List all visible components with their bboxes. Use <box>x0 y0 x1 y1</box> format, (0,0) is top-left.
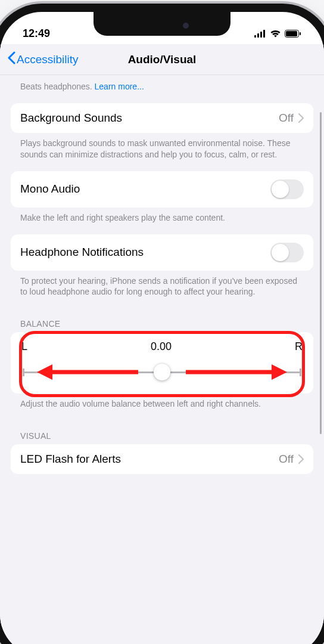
background-sounds-cell[interactable]: Background Sounds Off <box>11 103 313 133</box>
annotation-arrow-right-icon <box>186 364 287 380</box>
annotation-arrow-left-icon <box>37 364 138 380</box>
balance-left-label: L <box>21 340 27 353</box>
balance-card-wrap: L 0.00 R <box>11 332 313 394</box>
cell-label: LED Flash for Alerts <box>20 453 121 466</box>
chevron-left-icon <box>7 51 15 67</box>
scroll-indicator[interactable] <box>320 112 322 434</box>
balance-header: BALANCE <box>11 308 313 332</box>
chevron-right-icon <box>298 113 304 123</box>
cell-label: Headphone Notifications <box>20 246 144 259</box>
notch <box>94 12 230 36</box>
headphone-notifications-cell: Headphone Notifications <box>11 234 313 271</box>
svg-rect-3 <box>263 30 265 38</box>
balance-card: L 0.00 R <box>11 332 313 394</box>
content-scroll[interactable]: Beats headphones. Learn more... Backgrou… <box>0 75 324 644</box>
svg-rect-5 <box>286 31 297 36</box>
svg-rect-6 <box>300 32 301 35</box>
background-sounds-footer: Plays background sounds to mask unwanted… <box>11 133 313 171</box>
cell-value: Off <box>279 112 294 125</box>
svg-rect-2 <box>260 32 262 38</box>
chevron-right-icon <box>298 454 304 464</box>
led-flash-cell[interactable]: LED Flash for Alerts Off <box>11 444 313 474</box>
balance-footer: Adjust the audio volume balance between … <box>11 394 313 420</box>
headphone-notifications-toggle[interactable] <box>270 243 304 262</box>
cell-label: Background Sounds <box>20 112 122 125</box>
svg-rect-0 <box>254 35 256 38</box>
learn-more-link[interactable]: Learn more... <box>95 82 144 91</box>
back-label: Accessibility <box>17 53 78 66</box>
status-time: 12:49 <box>23 27 50 40</box>
headphone-notifications-footer: To protect your hearing, iPhone sends a … <box>11 271 313 309</box>
back-button[interactable]: Accessibility <box>7 51 78 67</box>
mono-audio-footer: Make the left and right speakers play th… <box>11 208 313 234</box>
mono-audio-cell: Mono Audio <box>11 171 313 208</box>
balance-value: 0.00 <box>151 340 172 353</box>
screen: Accessibility Audio/Visual Beats headpho… <box>0 44 324 644</box>
mono-audio-toggle[interactable] <box>270 179 304 199</box>
visual-header: VISUAL <box>11 420 313 444</box>
balance-slider[interactable] <box>21 364 303 380</box>
cell-value: Off <box>279 453 294 466</box>
wifi-icon <box>270 29 281 38</box>
iphone-frame: 12:49 Accessibility Audio/Visual <box>0 12 324 644</box>
cellular-icon <box>254 30 266 38</box>
balance-slider-thumb[interactable] <box>154 364 170 380</box>
svg-rect-1 <box>257 33 259 38</box>
nav-bar: Accessibility Audio/Visual <box>0 44 324 75</box>
cell-label: Mono Audio <box>20 182 80 196</box>
balance-right-label: R <box>295 340 303 353</box>
prev-section-footer: Beats headphones. Learn more... <box>11 75 313 103</box>
battery-icon <box>285 30 301 38</box>
